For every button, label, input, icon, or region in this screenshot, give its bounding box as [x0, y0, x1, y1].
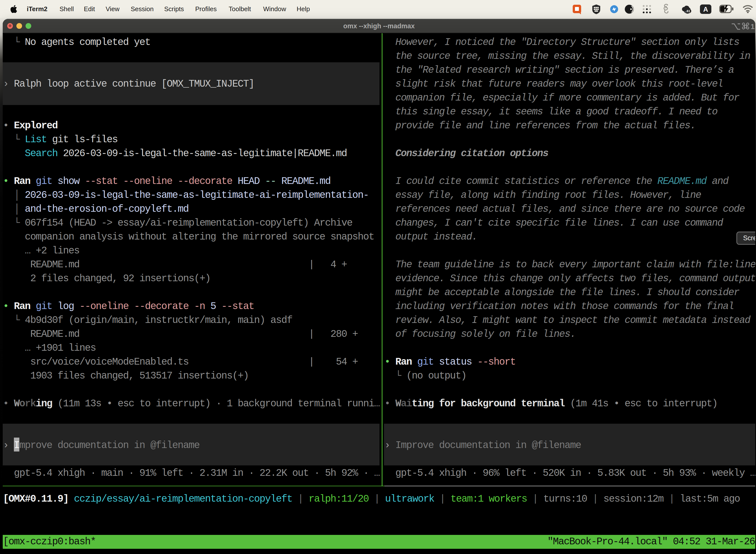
- svg-text:A: A: [703, 6, 708, 13]
- svg-text:1: 1: [751, 22, 755, 31]
- svg-text:..61: ..61: [685, 9, 690, 13]
